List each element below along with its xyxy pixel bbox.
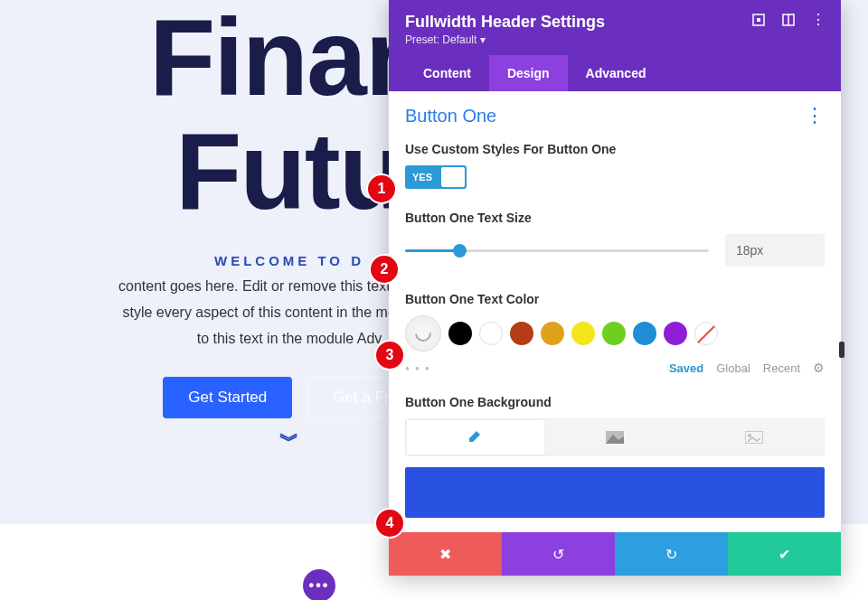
swatch-white[interactable]	[479, 322, 503, 345]
text-size-label: Button One Text Size	[405, 211, 825, 225]
gear-icon[interactable]: ⚙	[813, 361, 825, 375]
custom-styles-toggle[interactable]: YES	[405, 165, 467, 189]
callout-1: 1	[368, 175, 395, 202]
slider-thumb[interactable]	[453, 244, 467, 258]
kebab-icon[interactable]: ⋮	[811, 13, 825, 26]
swatch-purple[interactable]	[664, 322, 687, 345]
swatch-green[interactable]	[602, 322, 626, 345]
expand-icon[interactable]	[751, 13, 765, 26]
more-fab-button[interactable]: •••	[303, 569, 335, 600]
bg-tabs	[405, 418, 825, 456]
custom-styles-label: Use Custom Styles For Button One	[405, 142, 825, 156]
callout-4: 4	[376, 510, 403, 537]
panel-header: Fullwidth Header Settings Preset: Defaul…	[389, 0, 841, 91]
preset-dropdown[interactable]: Preset: Default ▾	[405, 33, 605, 46]
swatch-selected[interactable]	[405, 315, 441, 352]
swatch-blue[interactable]	[633, 322, 656, 345]
bg-label: Button One Background	[405, 395, 825, 409]
filter-saved[interactable]: Saved	[669, 361, 703, 375]
svg-point-7	[748, 434, 751, 437]
text-size-slider[interactable]	[405, 249, 709, 252]
section-menu-icon[interactable]: ⋮	[805, 104, 825, 127]
tab-content[interactable]: Content	[405, 55, 489, 91]
swatch-yellow[interactable]	[571, 322, 595, 345]
svg-rect-1	[757, 18, 760, 22]
bg-tab-color[interactable]	[406, 419, 545, 455]
bg-tab-image[interactable]	[684, 419, 824, 455]
swatch-none[interactable]	[694, 322, 718, 345]
toggle-knob	[441, 167, 465, 187]
panel-title: Fullwidth Header Settings	[405, 13, 605, 32]
bg-color-preview[interactable]	[405, 467, 825, 518]
panel-tabs: Content Design Advanced	[405, 55, 825, 91]
swatch-black[interactable]	[448, 322, 472, 345]
get-started-button[interactable]: Get Started	[163, 377, 292, 418]
callout-2: 2	[371, 256, 398, 283]
callout-3: 3	[376, 342, 403, 369]
bg-tab-gradient[interactable]	[545, 419, 684, 455]
snap-icon[interactable]	[781, 13, 795, 26]
discard-button[interactable]: ✖	[389, 532, 502, 576]
filter-recent[interactable]: Recent	[763, 361, 800, 375]
scrollbar-thumb[interactable]	[839, 342, 844, 358]
swatch-orange[interactable]	[541, 322, 564, 345]
undo-button[interactable]: ↺	[502, 532, 615, 576]
save-button[interactable]: ✔	[728, 532, 841, 576]
section-title[interactable]: Button One	[405, 106, 496, 127]
tab-design[interactable]: Design	[489, 55, 568, 91]
color-swatches	[405, 315, 825, 352]
action-bar: ✖ ↺ ↻ ✔	[389, 532, 841, 576]
filter-global[interactable]: Global	[716, 361, 750, 375]
toggle-value: YES	[405, 172, 432, 183]
tab-advanced[interactable]: Advanced	[568, 55, 665, 91]
redo-button[interactable]: ↻	[615, 532, 728, 576]
add-swatch-icon[interactable]: ● ● ●	[405, 364, 431, 372]
swatch-red[interactable]	[510, 322, 533, 345]
settings-panel: Fullwidth Header Settings Preset: Defaul…	[389, 0, 841, 576]
text-size-input[interactable]: 18px	[725, 234, 825, 267]
text-color-label: Button One Text Color	[405, 292, 825, 306]
